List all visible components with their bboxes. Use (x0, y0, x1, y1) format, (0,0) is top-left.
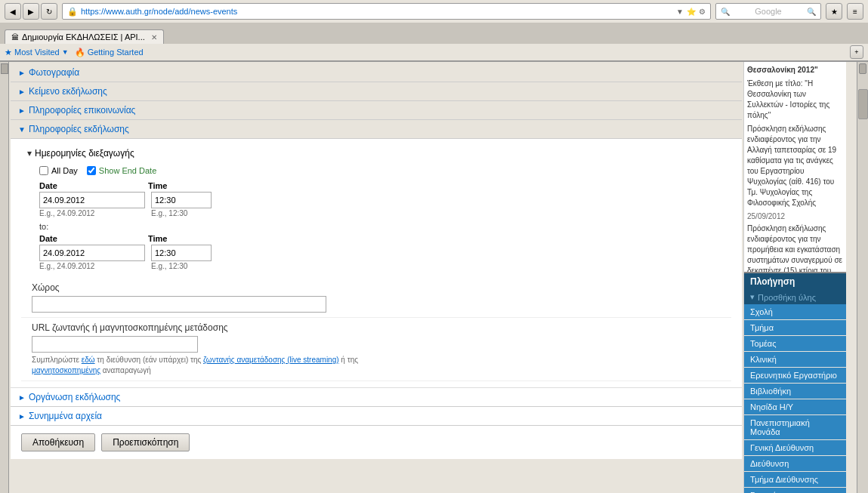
from-time-input[interactable] (151, 192, 212, 208)
nav-item-nisida-label: Νησίδα Η/Υ (750, 402, 793, 411)
epikoinonia-arrow: ► (18, 106, 26, 115)
nav-item-kliniki-label: Κλινική (750, 355, 777, 364)
all-day-label: All Day (51, 166, 78, 175)
bookmark-most-visited[interactable]: ★ Most Visited ▼ (5, 48, 69, 57)
nav-buttons: ◀ ▶ ↻ (5, 3, 57, 20)
organosi-section[interactable]: ► Οργάνωση εκδήλωσης (11, 388, 742, 407)
address-bar[interactable]: 🔒 https://www.auth.gr/node/add/news-even… (62, 3, 711, 20)
nav-item-kliniki[interactable]: Κλινική (744, 352, 846, 367)
synhmmena-arrow: ► (18, 412, 26, 421)
url-help-link3[interactable]: μαγνητοσκοπημένης (32, 366, 100, 374)
nav-item-ergazstirip[interactable]: Ερευνητικό Εργαστήριο (744, 368, 846, 383)
checkbox-row: All Day Show End Date (39, 166, 716, 175)
epikoinonia-section[interactable]: ► Πληροφορίες επικοινωνίας (11, 101, 742, 120)
url-help-link2[interactable]: ζωντανής αναμετάδοσης (live streaming) (203, 356, 338, 364)
back-button[interactable]: ◀ (5, 3, 21, 20)
keimeno-arrow: ► (18, 88, 26, 96)
nav-item-tomeas[interactable]: Τομέας (744, 336, 846, 351)
nav-item-dieuthinsi-label: Διεύθυνση (750, 459, 789, 468)
bookmark-bar: ★ Most Visited ▼ 🔥 Getting Started + (0, 44, 868, 61)
imerominies-header[interactable]: ▾ Ημερομηνίες διεξαγωγής (21, 145, 731, 162)
ekdihlwsis-content: ▾ Ημερομηνίες διεξαγωγής All Day Show En… (11, 139, 742, 388)
from-time-hint: E.g., 12:30 (151, 209, 212, 217)
epikoinonia-label: Πληροφορίες επικοινωνίας (29, 105, 136, 116)
location-input[interactable] (32, 296, 326, 313)
sidebar: Θεσσαλονίκη 2012" Έκθεση με τίτλο: "Η Θε… (743, 62, 857, 493)
nav-item-nisida[interactable]: Νησίδα Η/Υ (744, 399, 846, 414)
organosi-arrow: ► (18, 393, 26, 402)
refresh-button[interactable]: ↻ (41, 3, 57, 20)
active-tab[interactable]: 🏛 Δημιουργία ΕΚΔΗΛΩΣΕΙΣ | ΑΡΙ... ✕ (5, 29, 164, 44)
dates-section: All Day Show End Date Date Time (21, 162, 731, 278)
from-date-inputs: E.g., 24.09.2012 E.g., 12:30 (39, 192, 716, 217)
nav-item-geniki[interactable]: Γενική Διεύθυνση (744, 440, 846, 455)
all-day-checkbox[interactable] (39, 166, 48, 175)
forward-button[interactable]: ▶ (23, 3, 39, 20)
from-date-hint: E.g., 24.09.2012 (39, 209, 145, 217)
to-label: to: (39, 222, 716, 231)
time-label-to: Time (148, 234, 167, 243)
ekdihlwsis-section[interactable]: ▼ Πληροφορίες εκδήλωσης (11, 120, 742, 139)
tab-label: Δημιουργία ΕΚΔΗΛΩΣΕΙΣ | ΑΡΙ... (22, 32, 145, 42)
nav-item-panepistimaki[interactable]: Πανεπιστημιακή Μονάδα (744, 415, 846, 439)
all-day-checkbox-item[interactable]: All Day (39, 166, 78, 175)
url-input[interactable] (32, 336, 198, 353)
tab-close-icon[interactable]: ✕ (151, 33, 157, 42)
nav-item-tmima-label: Τμήμα (750, 323, 774, 332)
menu-button[interactable]: ≡ (847, 3, 863, 20)
from-date-row: Date Time E.g., 24.09.2012 E.g., 12:30 (39, 181, 716, 217)
scroll-thumb[interactable] (858, 89, 868, 119)
to-time-input[interactable] (151, 245, 212, 261)
nav-title: Πλοήγηση (744, 273, 846, 290)
url-help-link1[interactable]: εδώ (82, 356, 95, 364)
news-item-0: Θεσσαλονίκη 2012" (747, 65, 843, 75)
synhmmena-label: Συνημμένα αρχεία (29, 411, 102, 421)
fotografies-section[interactable]: ► Φωτογραφία (11, 63, 742, 82)
getting-started-icon: 🔥 (75, 48, 85, 57)
news-item-3: Πρόσκληση εκδήλωσης ενδιαφέροντος για τη… (747, 223, 843, 273)
nav-item-panepistimaki-label: Πανεπιστημιακή Μονάδα (750, 418, 810, 436)
show-end-date-checkbox[interactable] (87, 166, 96, 175)
nav-add-item[interactable]: ▾ Προσθήκη ύλης (744, 290, 846, 304)
to-time-hint: E.g., 12:30 (151, 262, 212, 270)
date-label-to: Date (39, 234, 145, 243)
imerominies-label: Ημερομηνίες διεξαγωγής (35, 148, 134, 159)
right-scrollbar[interactable] (857, 62, 868, 493)
location-label: Χώρος (32, 282, 716, 293)
content-area: ► Φωτογραφία ► Κείμενο εκδήλωσης ► Πληρο… (9, 62, 743, 493)
imerominies-bullet: ▾ (27, 148, 32, 159)
search-placeholder: Google (755, 7, 781, 16)
search-magnifier: 🔍 (807, 8, 816, 16)
nav-item-grafeio[interactable]: Γραφείο (744, 488, 846, 493)
synhmmena-section[interactable]: ► Συνημμένα αρχεία (11, 407, 742, 426)
nav-item-school-label: Σχολή (750, 307, 773, 316)
lock-icon: 🔒 (67, 7, 78, 17)
from-date-input[interactable] (39, 192, 145, 208)
url-label: URL ζωντανής ή μαγνητοσκοπημένης μετάδοσ… (32, 322, 716, 333)
save-button[interactable]: Αποθήκευση (21, 433, 95, 451)
nav-item-dieuthinsi[interactable]: Διεύθυνση (744, 456, 846, 471)
news-date-3: 25/09/2012 (747, 211, 843, 222)
nav-item-tmima-dieuthinsis[interactable]: Τμήμα Διεύθυνσης (744, 472, 846, 487)
search-bar[interactable]: 🔍 Google 🔍 (715, 3, 821, 20)
to-date-input[interactable] (39, 245, 145, 261)
nav-item-vivliothiki[interactable]: Βιβλιοθήκη (744, 384, 846, 399)
star-button[interactable]: ★ (826, 3, 842, 20)
nav-add-arrow: ▾ (750, 292, 755, 302)
action-buttons: Αποθήκευση Προεπισκόπηση (11, 426, 742, 459)
nav-item-tmima[interactable]: Τμήμα (744, 320, 846, 335)
nav-item-school[interactable]: Σχολή (744, 304, 846, 319)
location-section: Χώρος (21, 278, 731, 318)
show-end-date-checkbox-item[interactable]: Show End Date (87, 166, 156, 175)
nav-item-tomeas-label: Τομέας (750, 339, 777, 348)
browser-chrome: ◀ ▶ ↻ 🔒 https://www.auth.gr/node/add/new… (0, 0, 868, 62)
ekdihlwsis-arrow: ▼ (18, 125, 26, 134)
show-end-date-label: Show End Date (99, 166, 156, 175)
add-bookmark-button[interactable]: + (850, 45, 863, 59)
left-scrollbar[interactable] (0, 62, 9, 493)
preview-button[interactable]: Προεπισκόπηση (101, 433, 190, 451)
to-date-row: Date Time E.g., 24.09.2012 E.g., 12:30 (39, 234, 716, 270)
browser-tabs: 🏛 Δημιουργία ΕΚΔΗΛΩΣΕΙΣ | ΑΡΙ... ✕ (0, 23, 868, 44)
bookmark-getting-started[interactable]: 🔥 Getting Started (75, 48, 144, 57)
keimeno-section[interactable]: ► Κείμενο εκδήλωσης (11, 82, 742, 101)
